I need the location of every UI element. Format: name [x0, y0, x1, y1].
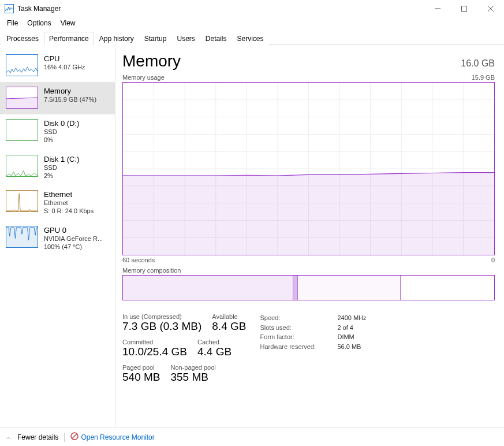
sidebar-item-disk0[interactable]: Disk 0 (D:) SSD 0% [0, 114, 115, 150]
fewer-details-link[interactable]: Fewer details [17, 433, 58, 441]
ethernet-thumb [6, 190, 38, 212]
sidebar-item-sub2: 100% (47 °C) [44, 243, 103, 251]
resource-monitor-icon [70, 432, 79, 442]
app-icon [5, 4, 14, 13]
usage-chart-max: 15.9 GB [472, 74, 495, 81]
stat-in-use: In use (Compressed) 7.3 GB (0.3 MB) [122, 313, 201, 333]
svg-marker-5 [6, 98, 38, 108]
window-title: Task Manager [17, 5, 61, 13]
page-title: Memory [122, 52, 181, 70]
separator [64, 433, 65, 442]
stat-paged: Paged pool 540 MB [122, 364, 160, 384]
sidebar-item-sub: Ethernet [44, 199, 94, 207]
tab-app-history[interactable]: App history [94, 32, 139, 45]
menu-file[interactable]: File [2, 18, 23, 28]
axis-left: 60 seconds [122, 257, 155, 263]
main: CPU 16% 4.07 GHz Memory 7.5/15.9 GB (47%… [0, 45, 504, 428]
sidebar-item-sub2: S: 0 R: 24.0 Kbps [44, 207, 94, 215]
close-button[interactable] [477, 0, 504, 17]
tab-processes[interactable]: Processes [1, 32, 44, 45]
usage-chart-label: Memory usage [122, 74, 165, 81]
sidebar-item-sub: SSD [44, 128, 79, 136]
disk1-thumb [6, 155, 38, 177]
sidebar-item-sub: NVIDIA GeForce R... [44, 235, 103, 243]
sidebar-item-ethernet[interactable]: Ethernet Ethernet S: 0 R: 24.0 Kbps [0, 185, 115, 221]
sidebar: CPU 16% 4.07 GHz Memory 7.5/15.9 GB (47%… [0, 45, 115, 428]
svg-rect-2 [462, 6, 467, 12]
tab-startup[interactable]: Startup [139, 32, 172, 45]
sidebar-item-sub: 16% 4.07 GHz [44, 63, 85, 71]
open-resource-monitor-link[interactable]: Open Resource Monitor [70, 432, 154, 442]
sidebar-item-gpu0[interactable]: GPU 0 NVIDIA GeForce R... 100% (47 °C) [0, 221, 115, 257]
capacity-value: 16.0 GB [461, 58, 495, 69]
svg-line-29 [72, 434, 77, 438]
detail-pane: Memory 16.0 GB Memory usage 15.9 GB 60 s… [115, 45, 504, 428]
axis-right: 0 [491, 257, 495, 263]
stat-available: Available 8.4 GB [212, 313, 246, 333]
tab-users[interactable]: Users [171, 32, 200, 45]
sidebar-item-label: Ethernet [44, 190, 94, 199]
memory-usage-chart [122, 82, 495, 255]
footer: ︿ Fewer details Open Resource Monitor [0, 428, 504, 446]
svg-marker-27 [123, 173, 494, 255]
tab-services[interactable]: Services [232, 32, 269, 45]
menu-view[interactable]: View [56, 18, 80, 28]
memory-kv-table: Speed:2400 MHz Slots used:2 of 4 Form fa… [260, 313, 366, 384]
stats: In use (Compressed) 7.3 GB (0.3 MB) Avai… [122, 313, 495, 384]
sidebar-item-cpu[interactable]: CPU 16% 4.07 GHz [0, 50, 115, 82]
stat-cached: Cached 4.4 GB [197, 339, 232, 358]
tab-performance[interactable]: Performance [44, 32, 94, 45]
cpu-thumb [6, 54, 38, 76]
composition-segment [401, 276, 494, 300]
gpu-thumb [6, 226, 38, 248]
sidebar-item-label: Memory [44, 87, 96, 95]
composition-label: Memory composition [122, 267, 495, 274]
menubar: File Options View [0, 17, 504, 29]
sidebar-item-memory[interactable]: Memory 7.5/15.9 GB (47%) [0, 82, 115, 114]
composition-segment [298, 276, 401, 300]
memory-composition-bar [122, 275, 495, 300]
maximize-button[interactable] [451, 0, 477, 17]
memory-thumb [6, 87, 38, 109]
sidebar-item-label: Disk 0 (D:) [44, 119, 79, 128]
tab-details[interactable]: Details [200, 32, 232, 45]
sidebar-item-sub: SSD [44, 163, 79, 172]
tab-strip: Processes Performance App history Startu… [0, 29, 504, 45]
sidebar-item-sub2: 0% [44, 136, 79, 144]
menu-options[interactable]: Options [23, 18, 55, 28]
composition-segment [293, 276, 298, 300]
minimize-button[interactable] [424, 0, 451, 17]
stat-nonpaged: Non-paged pool 355 MB [170, 364, 215, 384]
disk0-thumb [6, 119, 38, 141]
sidebar-item-sub2: 2% [44, 172, 79, 180]
chevron-up-icon[interactable]: ︿ [6, 433, 12, 441]
svg-marker-6 [6, 228, 38, 247]
sidebar-item-label: CPU [44, 54, 85, 63]
sidebar-item-disk1[interactable]: Disk 1 (C:) SSD 2% [0, 150, 115, 186]
stat-committed: Committed 10.0/25.4 GB [122, 339, 187, 358]
titlebar: Task Manager [0, 0, 504, 17]
sidebar-item-sub: 7.5/15.9 GB (47%) [44, 95, 96, 103]
sidebar-item-label: GPU 0 [44, 226, 103, 235]
composition-segment [123, 276, 293, 300]
sidebar-item-label: Disk 1 (C:) [44, 155, 79, 163]
